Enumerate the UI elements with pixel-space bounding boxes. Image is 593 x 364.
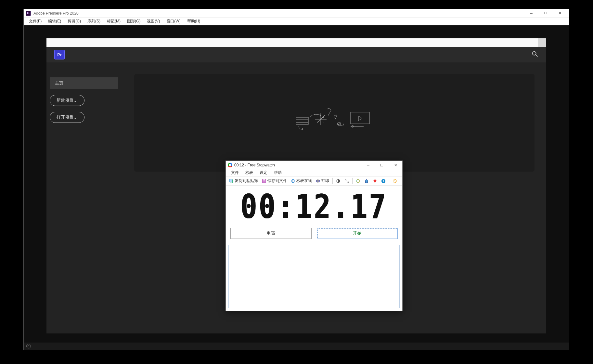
menu-window[interactable]: 窗口(W) <box>163 18 184 25</box>
start-button[interactable]: 开始 <box>317 228 398 239</box>
heart-icon <box>373 179 377 183</box>
fullscreen-button[interactable] <box>343 178 350 184</box>
svg-rect-27 <box>317 181 319 183</box>
svg-marker-15 <box>358 116 362 121</box>
welcome-illustration-icon <box>295 108 373 138</box>
question-icon: ? <box>381 179 386 183</box>
expand-icon <box>344 179 349 183</box>
laps-list[interactable] <box>228 245 400 308</box>
tab-home[interactable]: 主页 <box>50 77 118 89</box>
contrast-button[interactable] <box>335 178 342 184</box>
home-whitebar <box>46 38 546 47</box>
svg-point-12 <box>323 117 324 118</box>
home-welcome-card <box>134 74 535 172</box>
sw-minimize-button[interactable]: ─ <box>361 161 375 169</box>
refresh-button[interactable] <box>355 178 362 184</box>
sw-close-button[interactable]: ✕ <box>389 161 402 169</box>
svg-text:?: ? <box>382 179 384 183</box>
menu-help[interactable]: 帮助(H) <box>184 18 204 25</box>
clock-button[interactable] <box>391 178 398 184</box>
sw-menu-help[interactable]: 帮助 <box>271 169 285 176</box>
help-button[interactable]: ? <box>380 178 387 184</box>
home-icon <box>364 179 369 183</box>
menu-clip[interactable]: 剪辑(C) <box>64 18 84 25</box>
stopwatch-menubar: 文件 秒表 设定 帮助 <box>226 169 402 176</box>
favorite-button[interactable] <box>371 178 379 184</box>
save-label: 储存到文件 <box>267 178 287 184</box>
menu-mark[interactable]: 标记(M) <box>104 18 124 25</box>
search-icon[interactable] <box>531 50 538 59</box>
svg-rect-19 <box>230 179 232 182</box>
minimize-button[interactable]: ─ <box>524 9 538 17</box>
svg-line-29 <box>345 179 346 180</box>
svg-rect-14 <box>351 112 369 124</box>
stopwatch-titlebar[interactable]: 00:12 - Free Stopwatch ─ ☐ ✕ <box>226 161 402 169</box>
print-button[interactable]: 打印 <box>315 177 330 184</box>
premiere-statusbar <box>24 343 569 350</box>
premiere-logo-icon: Pr <box>54 50 65 59</box>
whitebar-corner <box>538 38 546 47</box>
svg-rect-26 <box>317 179 319 180</box>
menu-file[interactable]: 文件(F) <box>26 18 45 25</box>
home-sidebar: 主页 新建项目… 打开项目… <box>46 62 134 333</box>
home-toolbar: Pr <box>46 47 546 62</box>
creative-cloud-icon[interactable] <box>26 344 31 348</box>
stopwatch-online-button[interactable]: 秒表在线 <box>290 177 313 184</box>
home-button[interactable] <box>363 178 370 184</box>
premiere-app-icon: Pr <box>26 11 31 16</box>
menu-graphics[interactable]: 图形(G) <box>124 18 144 25</box>
reset-button[interactable]: 重置 <box>230 228 312 239</box>
sw-menu-stopwatch[interactable]: 秒表 <box>242 169 256 176</box>
svg-rect-21 <box>263 179 265 180</box>
menu-edit[interactable]: 编辑(E) <box>45 18 64 25</box>
time-value: 00:12.17 <box>240 188 388 226</box>
svg-line-30 <box>347 181 348 182</box>
printer-icon <box>316 179 320 183</box>
sw-menu-file[interactable]: 文件 <box>228 169 242 176</box>
svg-point-0 <box>533 52 536 55</box>
stopwatch-app-icon <box>228 163 232 167</box>
clipboard-icon <box>229 179 234 183</box>
premiere-titlebar[interactable]: Pr Adobe Premiere Pro 2020 ─ ☐ ✕ <box>24 9 569 18</box>
save-to-file-button[interactable]: 储存到文件 <box>261 177 288 184</box>
open-project-button[interactable]: 打开项目… <box>50 112 84 123</box>
clock-icon <box>393 179 397 183</box>
svg-line-36 <box>395 181 396 181</box>
sw-menu-settings[interactable]: 设定 <box>256 169 271 176</box>
premiere-title: Adobe Premiere Pro 2020 <box>33 11 79 16</box>
stopwatch-window: 00:12 - Free Stopwatch ─ ☐ ✕ 文件 秒表 设定 帮助… <box>226 161 403 311</box>
print-label: 打印 <box>321 178 329 184</box>
sw-maximize-button[interactable]: ☐ <box>375 161 389 169</box>
stopwatch-title: 00:12 - Free Stopwatch <box>234 163 275 167</box>
copy-label: 复制到粘贴簿 <box>235 178 258 184</box>
svg-point-11 <box>318 121 318 122</box>
menu-sequence[interactable]: 序列(S) <box>84 18 104 25</box>
svg-rect-2 <box>296 117 308 124</box>
maximize-button[interactable]: ☐ <box>538 9 553 17</box>
stopwatch-toolbar: 复制到粘贴簿 储存到文件 秒表在线 打印 ? <box>226 176 402 186</box>
save-icon <box>262 179 266 183</box>
time-display: 00:12.17 <box>226 186 402 228</box>
premiere-menubar: 文件(F) 编辑(E) 剪辑(C) 序列(S) 标记(M) 图形(G) 视图(V… <box>24 18 569 25</box>
online-label: 秒表在线 <box>296 178 312 184</box>
close-button[interactable]: ✕ <box>553 9 567 17</box>
globe-refresh-icon <box>356 179 360 183</box>
globe-icon <box>291 179 295 183</box>
menu-view[interactable]: 视图(V) <box>144 18 163 25</box>
copy-to-clipboard-button[interactable]: 复制到粘贴簿 <box>228 177 259 184</box>
svg-line-1 <box>536 55 538 57</box>
new-project-button[interactable]: 新建项目… <box>50 95 84 106</box>
contrast-icon <box>336 179 341 183</box>
